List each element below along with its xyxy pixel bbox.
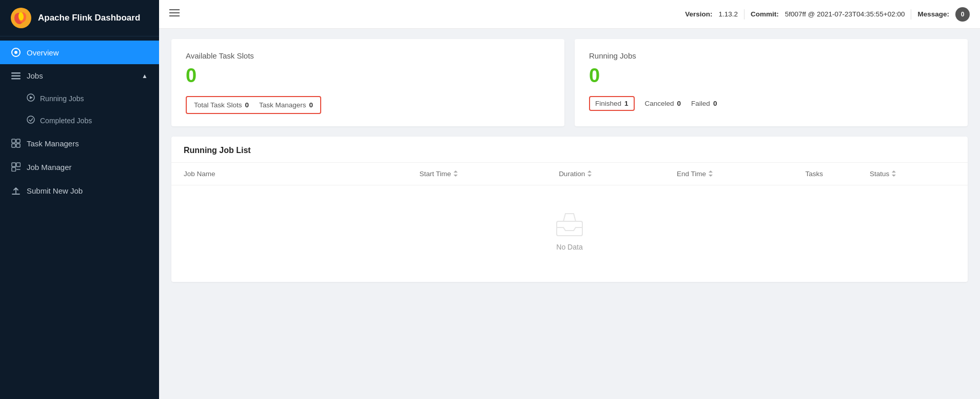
task-managers-value: 0 — [309, 101, 313, 109]
no-data-icon — [554, 211, 585, 237]
sidebar-item-task-managers[interactable]: Task Managers — [0, 131, 159, 155]
finished-status-item: Finished 1 — [589, 96, 635, 111]
sidebar-item-completed-jobs[interactable]: Completed Jobs — [0, 109, 159, 131]
overview-icon — [11, 48, 21, 57]
sidebar-item-job-manager-label: Job Manager — [27, 163, 72, 172]
col-header-tasks: Tasks — [806, 170, 870, 178]
svg-rect-7 — [11, 75, 21, 77]
task-slots-card-value: 0 — [186, 65, 550, 87]
svg-rect-15 — [16, 144, 20, 147]
sidebar-navigation: Overview Jobs ▲ Running Jobs Completed J… — [0, 36, 159, 399]
finished-label: Finished — [595, 100, 621, 107]
task-slots-card-footer: Total Task Slots 0 Task Managers 0 — [186, 96, 321, 114]
col-header-duration[interactable]: Duration — [559, 170, 677, 178]
duration-sort-icon — [587, 170, 592, 177]
sidebar-item-overview[interactable]: Overview — [0, 41, 159, 64]
sidebar-title: Apache Flink Dashboard — [38, 13, 140, 23]
sidebar: Apache Flink Dashboard Overview Jobs ▲ R… — [0, 0, 159, 399]
svg-marker-10 — [30, 96, 33, 99]
topbar-separator-2 — [911, 9, 911, 20]
jobs-icon — [11, 72, 21, 80]
sidebar-item-jobs[interactable]: Jobs ▲ — [0, 64, 159, 87]
summary-cards-row: Available Task Slots 0 Total Task Slots … — [171, 39, 968, 126]
svg-point-5 — [14, 51, 17, 54]
app-logo-icon — [10, 7, 32, 29]
no-data-placeholder: No Data — [171, 185, 968, 282]
completed-jobs-icon — [27, 116, 35, 125]
start-time-sort-icon — [453, 170, 458, 177]
total-task-slots-item: Total Task Slots 0 — [194, 101, 249, 109]
submit-job-icon — [11, 186, 21, 195]
running-jobs-card: Running Jobs 0 Finished 1 Canceled 0 Fai… — [575, 39, 968, 126]
jobs-expand-icon: ▲ — [142, 72, 148, 80]
end-time-sort-icon — [708, 170, 713, 177]
running-jobs-card-title: Running Jobs — [589, 51, 953, 60]
svg-point-11 — [27, 116, 34, 123]
topbar: Version: 1.13.2 Commit: 5f007ff @ 2021-0… — [159, 0, 980, 29]
col-header-start-time[interactable]: Start Time — [420, 170, 559, 178]
col-header-job-name: Job Name — [184, 170, 420, 178]
svg-rect-16 — [12, 163, 16, 167]
commit-label: Commit: — [751, 10, 779, 18]
failed-status-item: Failed 0 — [691, 100, 717, 107]
status-sort-icon — [891, 170, 896, 177]
sidebar-item-job-manager[interactable]: Job Manager — [0, 155, 159, 179]
failed-label: Failed — [691, 100, 710, 107]
svg-rect-12 — [12, 139, 15, 143]
running-jobs-card-value: 0 — [589, 65, 953, 87]
main-area: Version: 1.13.2 Commit: 5f007ff @ 2021-0… — [159, 0, 980, 399]
running-job-list-title: Running Job List — [171, 137, 968, 163]
table-column-headers: Job Name Start Time Duration End Time — [171, 163, 968, 185]
sidebar-item-completed-jobs-label: Completed Jobs — [40, 117, 92, 125]
sidebar-item-submit-new-job[interactable]: Submit New Job — [0, 179, 159, 202]
sidebar-item-running-jobs[interactable]: Running Jobs — [0, 87, 159, 109]
running-job-list-section: Running Job List Job Name Start Time Dur… — [171, 137, 968, 282]
svg-rect-6 — [11, 72, 21, 74]
col-header-end-time[interactable]: End Time — [677, 170, 806, 178]
sidebar-item-submit-new-job-label: Submit New Job — [27, 186, 83, 195]
canceled-label: Canceled — [645, 100, 674, 107]
topbar-separator-1 — [744, 9, 744, 20]
sidebar-item-task-managers-label: Task Managers — [27, 139, 79, 148]
job-manager-icon — [11, 162, 21, 172]
col-header-status[interactable]: Status — [870, 170, 955, 178]
sidebar-item-overview-label: Overview — [27, 48, 59, 57]
canceled-value: 0 — [677, 100, 681, 107]
menu-toggle-icon[interactable] — [169, 9, 180, 20]
total-task-slots-value: 0 — [245, 101, 249, 109]
task-slots-card: Available Task Slots 0 Total Task Slots … — [171, 39, 564, 126]
svg-rect-17 — [16, 163, 21, 167]
message-count-badge[interactable]: 0 — [955, 7, 970, 22]
total-task-slots-label: Total Task Slots — [194, 101, 242, 109]
task-managers-item: Task Managers 0 — [259, 101, 313, 109]
finished-value: 1 — [624, 100, 629, 107]
svg-rect-13 — [16, 139, 20, 143]
svg-rect-18 — [12, 167, 16, 172]
no-data-text: No Data — [556, 243, 582, 251]
sidebar-item-running-jobs-label: Running Jobs — [40, 94, 84, 103]
content-area: Available Task Slots 0 Total Task Slots … — [159, 29, 980, 399]
svg-rect-24 — [557, 221, 582, 236]
commit-value: 5f007ff @ 2021-07-23T04:35:55+02:00 — [785, 10, 905, 18]
failed-value: 0 — [713, 100, 717, 107]
svg-rect-14 — [12, 144, 15, 147]
sidebar-logo: Apache Flink Dashboard — [0, 0, 159, 36]
canceled-status-item: Canceled 0 — [645, 100, 681, 107]
task-managers-icon — [11, 139, 21, 148]
task-slots-card-title: Available Task Slots — [186, 51, 550, 60]
task-managers-label: Task Managers — [259, 101, 306, 109]
running-jobs-icon — [27, 93, 35, 103]
version-label: Version: — [685, 10, 712, 18]
svg-rect-8 — [11, 78, 21, 80]
running-jobs-footer: Finished 1 Canceled 0 Failed 0 — [589, 96, 953, 111]
message-label: Message: — [917, 10, 949, 18]
sidebar-item-jobs-label: Jobs — [27, 71, 43, 80]
version-value: 1.13.2 — [718, 10, 738, 18]
topbar-info: Version: 1.13.2 Commit: 5f007ff @ 2021-0… — [685, 7, 970, 22]
